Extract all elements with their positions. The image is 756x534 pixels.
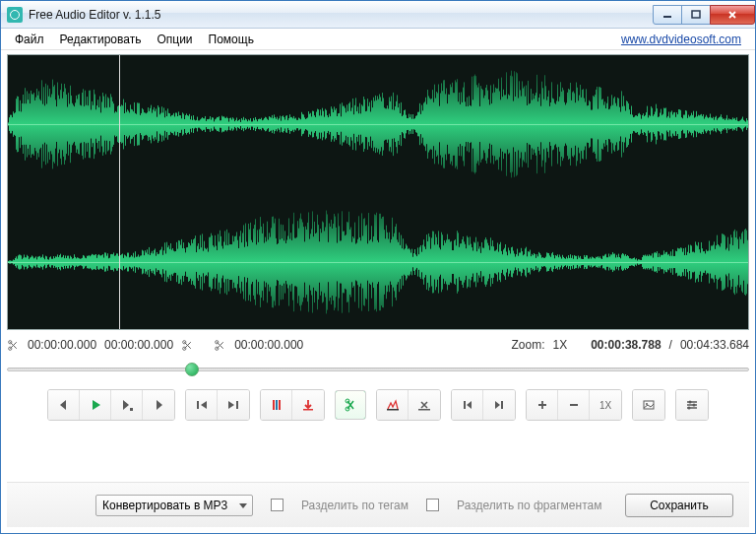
- menu-file[interactable]: Файл: [9, 31, 50, 48]
- toolbar: 1X: [7, 389, 749, 421]
- settings-button[interactable]: [676, 390, 708, 420]
- website-link[interactable]: www.dvdvideosoft.com: [615, 31, 747, 48]
- selection-end-button[interactable]: [483, 390, 515, 420]
- app-window: Free Audio Editor v. 1.1.5 Файл Редактир…: [0, 0, 756, 534]
- zoom-in-button[interactable]: [527, 390, 558, 420]
- cut-button[interactable]: [335, 390, 366, 420]
- play-selection-button[interactable]: [111, 390, 143, 420]
- image-button[interactable]: [633, 390, 664, 420]
- minimize-button[interactable]: [653, 5, 682, 25]
- cursor-time: 00:00:00.000: [234, 338, 303, 352]
- svg-rect-0: [663, 16, 671, 18]
- marker-add-button[interactable]: [261, 390, 292, 420]
- menu-edit[interactable]: Редактировать: [54, 31, 148, 48]
- maximize-button[interactable]: [681, 5, 711, 25]
- zoom-out-button[interactable]: [558, 390, 590, 420]
- svg-rect-14: [303, 409, 313, 411]
- svg-rect-12: [276, 400, 278, 410]
- skip-back-button[interactable]: [186, 390, 218, 420]
- svg-rect-19: [464, 401, 466, 409]
- svg-rect-17: [387, 409, 399, 411]
- waveform-display[interactable]: [7, 54, 749, 330]
- svg-rect-18: [418, 409, 430, 411]
- menu-bar: Файл Редактировать Опции Помощь www.dvdv…: [1, 29, 755, 50]
- duration-time: 00:04:33.684: [680, 338, 749, 352]
- svg-rect-10: [236, 401, 238, 409]
- delete-selection-button[interactable]: [409, 390, 440, 420]
- svg-rect-20: [501, 401, 503, 409]
- skip-forward-button[interactable]: [218, 390, 249, 420]
- position-slider[interactable]: [7, 360, 749, 379]
- window-title: Free Audio Editor v. 1.1.5: [29, 8, 161, 22]
- time-info-row: 00:00:00.000 00:00:00.000 00:00:00.000 Z…: [7, 338, 749, 352]
- bottom-bar: Конвертировать в MP3 Разделить по тегам …: [7, 482, 749, 527]
- marker-download-button[interactable]: [292, 390, 324, 420]
- save-button[interactable]: Сохранить: [625, 494, 733, 517]
- zoom-label: Zoom:: [511, 338, 544, 352]
- slider-track[interactable]: [7, 367, 749, 371]
- play-button[interactable]: [80, 390, 111, 420]
- svg-point-25: [688, 407, 691, 410]
- svg-rect-13: [279, 400, 281, 410]
- slider-thumb[interactable]: [185, 363, 199, 376]
- svg-point-23: [689, 401, 692, 404]
- menu-options[interactable]: Опции: [151, 31, 198, 48]
- split-fragments-label: Разделить по фрагментам: [457, 499, 601, 512]
- selection-start-button[interactable]: [452, 390, 483, 420]
- trim-outside-button[interactable]: [377, 390, 409, 420]
- svg-rect-1: [692, 11, 700, 18]
- selection-start-time: 00:00:00.000: [28, 338, 96, 352]
- zoom-reset-button[interactable]: 1X: [590, 390, 621, 420]
- play-cursor[interactable]: [119, 55, 120, 329]
- split-fragments-checkbox[interactable]: [426, 499, 439, 511]
- position-time: 00:00:38.788: [591, 338, 661, 352]
- scissors-icon: [181, 339, 194, 352]
- app-icon: [7, 7, 23, 23]
- svg-rect-11: [273, 400, 275, 410]
- close-button[interactable]: [710, 5, 755, 25]
- time-separator: /: [669, 338, 672, 352]
- format-combo[interactable]: Конвертировать в MP3: [95, 495, 253, 516]
- zoom-value: 1X: [553, 338, 568, 352]
- split-tags-label: Разделить по тегам: [301, 499, 409, 512]
- svg-rect-9: [197, 401, 199, 409]
- split-tags-checkbox[interactable]: [271, 499, 284, 511]
- svg-rect-8: [130, 408, 133, 411]
- selection-end-time: 00:00:00.000: [104, 338, 173, 352]
- prev-button[interactable]: [48, 390, 80, 420]
- scissors-icon: [7, 339, 20, 352]
- next-button[interactable]: [143, 390, 174, 420]
- scissors-icon: [214, 339, 226, 352]
- title-bar[interactable]: Free Audio Editor v. 1.1.5: [1, 1, 755, 29]
- svg-point-24: [693, 404, 696, 407]
- menu-help[interactable]: Помощь: [203, 31, 260, 48]
